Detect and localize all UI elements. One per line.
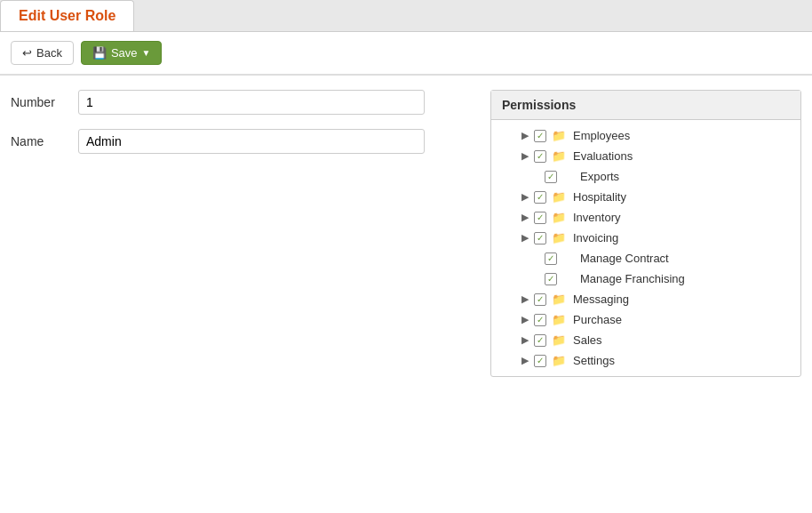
perm-item-settings[interactable]: ▶📁Settings [491, 350, 800, 371]
folder-icon-invoicing: 📁 [552, 231, 566, 244]
back-button[interactable]: ↩ Back [11, 41, 74, 65]
name-row: Name [11, 129, 490, 154]
checkbox-manage-contract[interactable] [545, 252, 557, 265]
checkbox-manage-franchising[interactable] [545, 273, 557, 285]
perm-item-hospitality[interactable]: ▶📁Hospitality [491, 187, 800, 207]
permissions-header: Permissions [491, 91, 800, 120]
perm-item-purchase[interactable]: ▶📁Purchase [491, 309, 800, 330]
save-dropdown-arrow: ▼ [142, 48, 151, 58]
perm-item-manage-contract[interactable]: Manage Contract [491, 248, 800, 269]
perm-label-hospitality: Hospitality [573, 190, 626, 204]
perm-item-messaging[interactable]: ▶📁Messaging [491, 289, 800, 309]
checkbox-inventory[interactable] [534, 212, 546, 224]
folder-icon-sales: 📁 [552, 333, 566, 347]
checkbox-sales[interactable] [534, 334, 546, 347]
perm-label-inventory: Inventory [573, 211, 620, 224]
expand-arrow-settings[interactable]: ▶ [520, 356, 530, 366]
checkbox-purchase[interactable] [534, 314, 546, 326]
tab-bar: Edit User Role [0, 0, 812, 32]
form-section: Number Name [11, 90, 490, 154]
perm-label-manage-contract: Manage Contract [580, 252, 669, 265]
checkbox-evaluations[interactable] [534, 150, 546, 163]
perm-item-invoicing[interactable]: ▶📁Invoicing [491, 228, 800, 248]
number-row: Number [11, 90, 490, 115]
perm-label-messaging: Messaging [573, 293, 629, 306]
perm-label-invoicing: Invoicing [573, 231, 618, 244]
expand-arrow-sales[interactable]: ▶ [520, 335, 530, 346]
checkbox-settings[interactable] [534, 355, 546, 367]
expand-arrow-messaging[interactable]: ▶ [520, 294, 530, 305]
expand-arrow-purchase[interactable]: ▶ [520, 315, 530, 325]
main-content: Number Name Permissions ▶📁Employees▶📁Eva… [0, 76, 812, 391]
perm-item-inventory[interactable]: ▶📁Inventory [491, 207, 800, 228]
folder-icon-employees: 📁 [552, 129, 566, 142]
number-input[interactable] [78, 90, 425, 115]
name-input[interactable] [78, 129, 425, 154]
folder-icon-settings: 📁 [552, 354, 566, 367]
save-button[interactable]: 💾 Save ▼ [81, 41, 163, 65]
perm-label-purchase: Purchase [573, 313, 622, 326]
expand-arrow-hospitality[interactable]: ▶ [520, 192, 530, 203]
perm-item-manage-franchising[interactable]: Manage Franchising [491, 269, 800, 289]
save-disk-icon: 💾 [92, 46, 107, 60]
expand-arrow-evaluations[interactable]: ▶ [520, 151, 530, 162]
perm-label-employees: Employees [573, 129, 630, 142]
expand-arrow-employees[interactable]: ▶ [520, 131, 530, 141]
checkbox-employees[interactable] [534, 130, 546, 142]
tab-edit-user-role[interactable]: Edit User Role [0, 0, 134, 31]
toolbar: ↩ Back 💾 Save ▼ [0, 32, 812, 75]
checkbox-invoicing[interactable] [534, 232, 546, 244]
permissions-panel: Permissions ▶📁Employees▶📁EvaluationsExpo… [490, 90, 801, 377]
perm-item-exports[interactable]: Exports [491, 166, 800, 187]
folder-icon-hospitality: 📁 [552, 190, 566, 204]
expand-arrow-inventory[interactable]: ▶ [520, 212, 530, 223]
perm-label-sales: Sales [573, 333, 602, 347]
checkbox-exports[interactable] [545, 171, 557, 183]
checkbox-hospitality[interactable] [534, 191, 546, 204]
perm-label-manage-franchising: Manage Franchising [580, 272, 685, 285]
checkbox-messaging[interactable] [534, 293, 546, 306]
name-label: Name [11, 134, 64, 148]
perm-item-employees[interactable]: ▶📁Employees [491, 125, 800, 146]
perm-item-sales[interactable]: ▶📁Sales [491, 330, 800, 350]
folder-icon-evaluations: 📁 [552, 149, 566, 163]
perm-item-evaluations[interactable]: ▶📁Evaluations [491, 146, 800, 166]
perm-label-exports: Exports [580, 170, 619, 183]
permissions-list: ▶📁Employees▶📁EvaluationsExports▶📁Hospita… [491, 120, 800, 376]
back-icon: ↩ [22, 46, 32, 60]
perm-label-evaluations: Evaluations [573, 149, 633, 163]
folder-icon-inventory: 📁 [552, 211, 566, 224]
number-label: Number [11, 95, 64, 109]
perm-label-settings: Settings [573, 354, 615, 367]
expand-arrow-invoicing[interactable]: ▶ [520, 233, 530, 244]
folder-icon-purchase: 📁 [552, 313, 566, 326]
folder-icon-messaging: 📁 [552, 293, 566, 306]
